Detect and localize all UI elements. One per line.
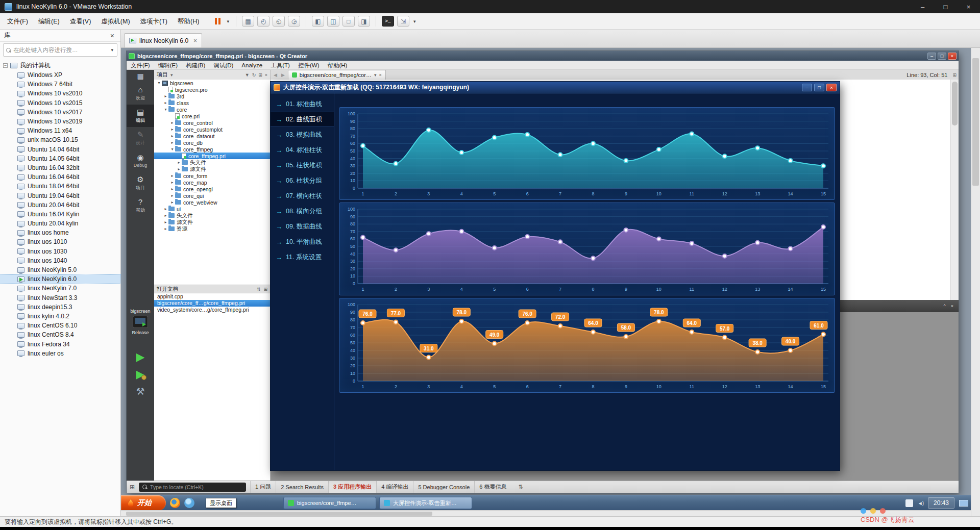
search-dropdown-icon[interactable]: ▾ bbox=[110, 47, 114, 53]
project-tree-item[interactable]: bigscreen.pro bbox=[154, 86, 270, 93]
taskbar-task-button[interactable]: 大屏控件演示-双击重新… bbox=[379, 497, 472, 509]
demo-minimize-button[interactable]: – bbox=[802, 84, 812, 91]
vm-list-item[interactable]: Windows 7 64bit bbox=[0, 80, 120, 89]
kit-selector[interactable]: bigscreen Release bbox=[127, 309, 154, 335]
qtcreator-menu-item[interactable]: 编辑(E) bbox=[154, 61, 182, 70]
project-tree-item[interactable]: ▸core_opengl bbox=[154, 186, 270, 192]
expander-icon[interactable]: ▸ bbox=[169, 120, 175, 125]
vm-list-item[interactable]: Ubuntu 18.04 64bit bbox=[0, 182, 120, 191]
output-pane-button[interactable]: 1 问题 bbox=[250, 481, 276, 493]
unity-mode-icon[interactable]: ◨ bbox=[358, 16, 370, 27]
expander-icon[interactable]: ▸ bbox=[163, 207, 168, 211]
vm-list-item[interactable]: Ubuntu 19.04 64bit bbox=[0, 191, 120, 200]
demo-maximize-button[interactable]: □ bbox=[814, 84, 824, 91]
expander-icon[interactable]: ▸ bbox=[176, 167, 182, 171]
filter-icon[interactable]: ▼ bbox=[245, 72, 250, 78]
output-pane-button[interactable]: 6 概要信息 bbox=[474, 481, 511, 493]
expander-icon[interactable]: ▸ bbox=[163, 220, 168, 224]
vm-list-item[interactable]: Ubuntu 16.04 64bit bbox=[0, 172, 120, 182]
close-output-icon[interactable]: × bbox=[951, 304, 953, 309]
vm-list-item[interactable]: linux deepin15.3 bbox=[0, 302, 120, 312]
demo-menu-item[interactable]: →03. 模拟曲线 bbox=[271, 127, 334, 142]
project-tree-item[interactable]: ▸头文件 bbox=[154, 212, 270, 219]
qtcreator-titlebar[interactable]: bigscreen/core_ffmpeg/core_ffmpeg.pri - … bbox=[127, 51, 959, 61]
qtcreator-minimize-button[interactable]: – bbox=[927, 53, 936, 60]
vm-list-item[interactable]: linux kylin 4.0.2 bbox=[0, 312, 120, 321]
vmware-close-button[interactable]: × bbox=[957, 0, 980, 13]
scrollbar-thumb[interactable] bbox=[126, 512, 432, 516]
mode-item-debug[interactable]: ◉Debug bbox=[127, 149, 154, 172]
project-tree-item[interactable]: ▸资源 bbox=[154, 225, 270, 232]
sync-icon[interactable]: ↻ bbox=[252, 72, 256, 78]
qtcreator-menu-item[interactable]: Analyze bbox=[237, 61, 266, 70]
vm-list-item[interactable]: Ubuntu 14.05 64bit bbox=[0, 154, 120, 163]
vm-tab-close-icon[interactable]: × bbox=[193, 37, 197, 44]
vm-list-item[interactable]: Ubuntu 14.04 64bit bbox=[0, 145, 120, 154]
launcher-icon[interactable] bbox=[184, 498, 194, 508]
power-dropdown-icon[interactable]: ▾ bbox=[226, 19, 230, 24]
demo-titlebar[interactable]: 大屏控件演示-双击重新加载 (QQ: 517216493 WX: feiyang… bbox=[271, 82, 840, 93]
project-tree-item[interactable]: ▸3rd bbox=[154, 93, 270, 99]
expander-icon[interactable]: ▾ bbox=[156, 81, 162, 85]
project-tree-item[interactable]: ▸core_webview bbox=[154, 199, 270, 206]
expander-icon[interactable]: ▸ bbox=[169, 193, 175, 198]
vmware-vertical-scrollbar[interactable] bbox=[971, 48, 980, 516]
project-tree-item[interactable]: ▸源文件 bbox=[154, 166, 270, 172]
back-icon[interactable]: ◀ bbox=[273, 72, 278, 78]
project-tree-item[interactable]: core_ffmpeg.pri bbox=[154, 153, 270, 159]
stretch-guest-icon[interactable]: ⇲ bbox=[397, 16, 409, 27]
vm-list-item[interactable]: linux uos 1010 bbox=[0, 237, 120, 246]
demo-menu-item[interactable]: →07. 横向柱状 bbox=[271, 188, 334, 204]
vmware-maximize-button[interactable]: □ bbox=[934, 0, 957, 13]
vm-list-item[interactable]: linux NeoKylin 5.0 bbox=[0, 265, 120, 274]
open-document-item[interactable]: appinit.cpp bbox=[154, 293, 270, 300]
vmware-menu-item[interactable]: 查看(V) bbox=[65, 13, 96, 30]
split-panel-icon[interactable]: ⊞ bbox=[258, 72, 262, 78]
project-tree-item[interactable]: ▸源文件 bbox=[154, 219, 270, 225]
expander-icon[interactable]: − bbox=[3, 63, 8, 68]
vm-list-item[interactable]: linux CentOS 8.4 bbox=[0, 330, 120, 339]
mode-item-home[interactable]: ⌂欢迎 bbox=[127, 82, 154, 105]
vm-list-item[interactable]: linux CentOS 6.10 bbox=[0, 321, 120, 330]
vm-list-item[interactable]: Ubuntu 16.04 32bit bbox=[0, 163, 120, 172]
volume-icon[interactable]: ◄) bbox=[918, 500, 923, 506]
demo-menu-item[interactable]: →09. 数据曲线 bbox=[271, 219, 334, 234]
expander-icon[interactable]: ▾ bbox=[163, 107, 168, 112]
project-tree-item[interactable]: ▸core_customplot bbox=[154, 126, 270, 133]
demo-menu-item[interactable]: →04. 标准柱状 bbox=[271, 142, 334, 158]
qtcreator-menu-item[interactable]: 构建(B) bbox=[182, 61, 209, 70]
revert-snapshot-icon[interactable]: ◵ bbox=[273, 16, 285, 27]
start-button[interactable]: 开始 bbox=[121, 495, 166, 510]
pane-updown-icon[interactable]: ⇅ bbox=[515, 484, 523, 490]
open-document-item[interactable]: video_system/core…g/core_ffmpeg.pri bbox=[154, 307, 270, 313]
demo-menu-item[interactable]: →02. 曲线面积 bbox=[271, 112, 334, 127]
send-ctrl-alt-del-icon[interactable]: ▦ bbox=[242, 16, 254, 27]
vmware-menu-item[interactable]: 选项卡(T) bbox=[135, 13, 173, 30]
vm-list-item[interactable]: Windows 10 vs2017 bbox=[0, 108, 120, 117]
vm-list-item[interactable]: linux Fedora 34 bbox=[0, 339, 120, 348]
output-pane-button[interactable]: 4 编译输出 bbox=[376, 481, 413, 493]
take-snapshot-icon[interactable]: ◴ bbox=[257, 16, 270, 27]
build-button[interactable]: ⚒ bbox=[136, 386, 144, 397]
snapshot-manager-icon[interactable]: ◶ bbox=[288, 16, 300, 27]
vm-list-item[interactable]: Windows 10 vs2015 bbox=[0, 98, 120, 108]
expander-icon[interactable]: ▸ bbox=[176, 160, 182, 165]
show-library-icon[interactable]: ◧ bbox=[312, 16, 324, 27]
qtcreator-menu-item[interactable]: 调试(D) bbox=[209, 61, 237, 70]
vmware-menu-item[interactable]: 编辑(E) bbox=[33, 13, 65, 30]
expander-icon[interactable]: ▸ bbox=[169, 140, 175, 145]
project-tree-item[interactable]: ▸core_dataout bbox=[154, 133, 270, 139]
vm-list-item[interactable]: Ubuntu 20.04 kylin bbox=[0, 219, 120, 228]
expander-icon[interactable]: ▸ bbox=[169, 187, 175, 191]
expander-icon[interactable]: ▸ bbox=[169, 173, 175, 178]
show-thumbnails-icon[interactable]: ◫ bbox=[327, 16, 339, 27]
vm-list-item[interactable]: linux uos home bbox=[0, 228, 120, 237]
apps-grid-icon[interactable]: ▦ bbox=[127, 70, 154, 82]
output-toggle-icon[interactable]: ⊞ bbox=[130, 484, 135, 491]
panel-dropdown-icon[interactable]: ▾ bbox=[170, 72, 173, 78]
vm-list-item[interactable]: linux NeoKylin 7.0 bbox=[0, 284, 120, 293]
document-tab[interactable]: bigscreen/core_ffmpeg/cor… ▾ × bbox=[288, 70, 386, 80]
vm-list-item[interactable]: linux euler os bbox=[0, 349, 120, 358]
forward-icon[interactable]: ▶ bbox=[280, 72, 286, 78]
output-pane-button[interactable]: 2 Search Results bbox=[276, 481, 328, 493]
